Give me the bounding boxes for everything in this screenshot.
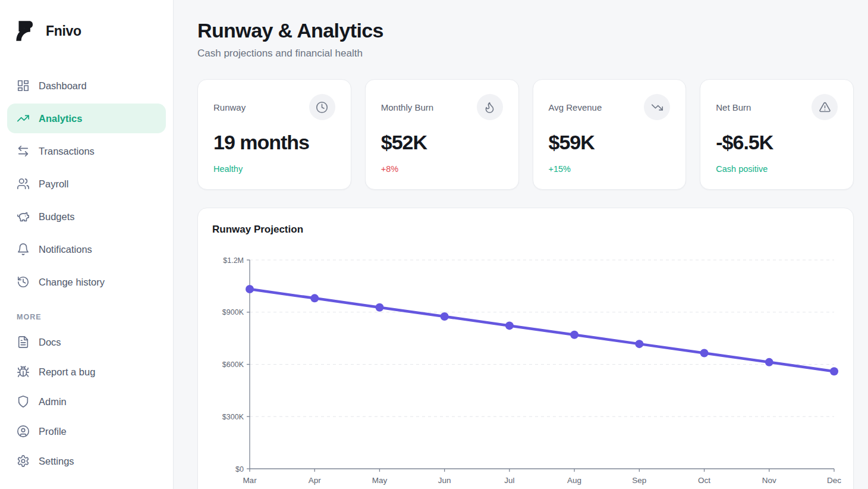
sidebar-item-profile[interactable]: Profile	[7, 416, 166, 446]
brand: Fnivo	[0, 18, 173, 44]
sidebar-item-dashboard[interactable]: Dashboard	[7, 71, 166, 101]
brand-name: Fnivo	[46, 23, 81, 39]
data-point-sep[interactable]	[635, 340, 643, 348]
trending-up-icon	[17, 112, 30, 125]
sidebar-item-label: Admin	[39, 396, 67, 408]
stat-card-header: Avg Revenue	[549, 94, 671, 120]
stat-delta: +8%	[381, 164, 503, 174]
axis-tick-label: Jun	[438, 476, 451, 485]
stat-card-net-burn: Net Burn-$6.5KCash positive	[700, 79, 854, 190]
sidebar-item-label: Settings	[39, 456, 74, 467]
chart-title: Runway Projection	[212, 224, 839, 236]
axis-tick-label: Jul	[504, 476, 514, 485]
bug-icon	[17, 365, 30, 378]
stat-delta: +15%	[549, 164, 671, 174]
axis-tick-label: Oct	[698, 476, 710, 485]
shield-icon	[17, 395, 30, 408]
sidebar-item-label: Notifications	[39, 244, 92, 255]
axis-tick-label: $1.2M	[223, 256, 244, 265]
axis-tick-label: Nov	[762, 476, 776, 485]
data-point-apr[interactable]	[310, 294, 319, 302]
runway-line-series	[250, 289, 834, 371]
sidebar-item-label: Payroll	[39, 178, 68, 190]
sidebar-item-budgets[interactable]: Budgets	[7, 202, 166, 231]
stat-icon-circle	[477, 94, 503, 120]
sidebar-item-docs[interactable]: Docs	[7, 327, 166, 357]
sidebar-item-label: Transactions	[39, 146, 95, 157]
sidebar-more-items: DocsReport a bugAdminProfileSettings	[7, 327, 166, 476]
sidebar-item-label: Profile	[39, 426, 67, 437]
stat-icon-circle	[309, 94, 335, 120]
stats-grid: Runway19 monthsHealthyMonthly Burn$52K+8…	[197, 79, 854, 190]
sidebar-section-label: MORE	[7, 313, 166, 327]
stat-card-runway: Runway19 monthsHealthy	[197, 79, 351, 190]
flame-icon	[483, 101, 496, 114]
data-point-dec[interactable]	[830, 367, 838, 375]
arrows-left-right-icon	[17, 145, 30, 158]
trending-down-icon	[651, 101, 663, 114]
page-title: Runway & Analytics	[197, 19, 854, 42]
sidebar-item-label: Docs	[39, 337, 61, 348]
sidebar-item-report-a-bug[interactable]: Report a bug	[7, 357, 166, 387]
runway-chart[interactable]: $0$300K$600K$900K$1.2MMarAprMayJunJulAug…	[212, 242, 839, 489]
axis-tick-label: Apr	[309, 476, 322, 485]
stat-card-header: Net Burn	[716, 94, 838, 120]
stat-icon-circle	[812, 94, 838, 120]
alert-triangle-icon	[819, 101, 831, 114]
stat-card-avg-revenue: Avg Revenue$59K+15%	[533, 79, 687, 190]
stat-value: -$6.5K	[716, 131, 838, 154]
sidebar-item-analytics[interactable]: Analytics	[7, 104, 166, 133]
sidebar-item-change-history[interactable]: Change history	[7, 267, 166, 297]
sidebar-nav-more: MORE DocsReport a bugAdminProfileSetting…	[0, 313, 173, 476]
runway-chart-svg[interactable]: $0$300K$600K$900K$1.2MMarAprMayJunJulAug…	[212, 242, 845, 489]
clock-icon	[316, 101, 328, 114]
stat-value: $52K	[381, 131, 503, 154]
axis-tick-label: May	[372, 476, 388, 485]
data-point-jun[interactable]	[441, 312, 449, 321]
history-icon	[17, 275, 30, 289]
stat-card-header: Monthly Burn	[381, 94, 503, 120]
axis-tick-label: Dec	[827, 476, 841, 485]
sidebar: Fnivo DashboardAnalyticsTransactionsPayr…	[0, 0, 174, 489]
axis-tick-label: $300K	[222, 413, 244, 421]
axis-tick-label: Aug	[567, 476, 581, 485]
stat-icon-circle	[644, 94, 670, 120]
axis-tick-label: $600K	[222, 361, 244, 369]
stat-delta: Healthy	[213, 164, 335, 174]
stat-delta: Cash positive	[716, 164, 838, 174]
data-point-jul[interactable]	[505, 321, 514, 330]
stat-value: $59K	[549, 131, 671, 154]
stat-label: Monthly Burn	[381, 102, 433, 112]
page-subtitle: Cash projections and financial health	[197, 48, 854, 59]
fnivo-logo-icon	[15, 19, 37, 43]
axis-tick-label: Sep	[632, 476, 646, 485]
runway-projection-card: Runway Projection $0$300K$600K$900K$1.2M…	[197, 208, 854, 489]
data-point-nov[interactable]	[765, 358, 773, 366]
data-point-mar[interactable]	[246, 285, 254, 293]
stat-card-header: Runway	[213, 94, 335, 120]
sidebar-item-label: Budgets	[39, 211, 75, 222]
stat-label: Avg Revenue	[549, 102, 602, 112]
sidebar-item-notifications[interactable]: Notifications	[7, 234, 166, 264]
sidebar-item-settings[interactable]: Settings	[7, 446, 166, 476]
piggy-bank-icon	[17, 210, 30, 223]
sidebar-item-label: Dashboard	[39, 80, 87, 92]
sidebar-nav-main: DashboardAnalyticsTransactionsPayrollBud…	[0, 71, 173, 297]
layout-dashboard-icon	[17, 79, 30, 92]
sidebar-item-transactions[interactable]: Transactions	[7, 136, 166, 166]
sidebar-item-label: Change history	[39, 277, 105, 288]
main-content: Runway & Analytics Cash projections and …	[174, 0, 868, 489]
user-circle-icon	[17, 425, 30, 438]
sidebar-item-admin[interactable]: Admin	[7, 387, 166, 416]
sidebar-item-label: Analytics	[39, 113, 82, 124]
sidebar-item-payroll[interactable]: Payroll	[7, 169, 166, 199]
app-window: Fnivo DashboardAnalyticsTransactionsPayr…	[0, 0, 868, 489]
users-icon	[17, 177, 30, 190]
stat-label: Runway	[213, 102, 246, 112]
sidebar-item-label: Report a bug	[39, 366, 95, 378]
data-point-oct[interactable]	[700, 349, 709, 357]
data-point-aug[interactable]	[570, 331, 578, 339]
axis-tick-label: $900K	[222, 308, 244, 316]
file-text-icon	[17, 336, 30, 349]
data-point-may[interactable]	[375, 303, 383, 312]
